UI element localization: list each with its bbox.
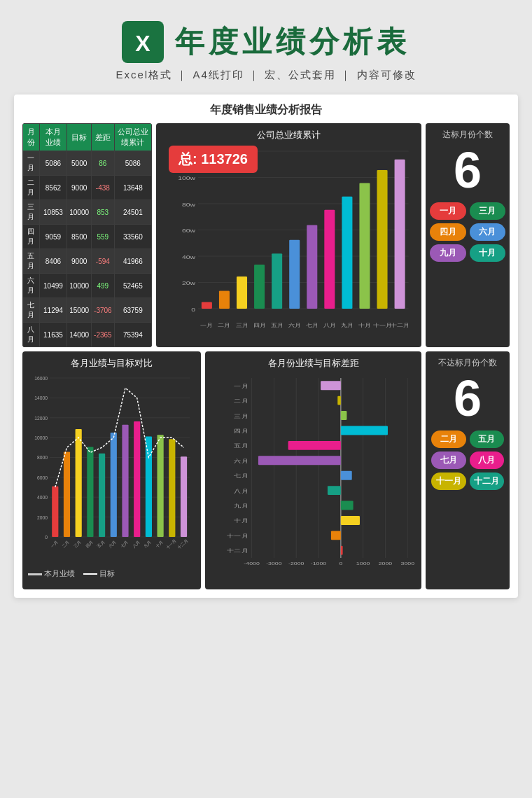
month-badge: 二月	[431, 430, 466, 448]
svg-rect-15	[202, 302, 212, 309]
svg-text:十二月: 十二月	[227, 548, 249, 554]
svg-rect-71	[134, 421, 140, 537]
table-row: 八月1163514000-236575394	[23, 323, 152, 347]
target-months-badges: 一月三月四月六月九月十月	[430, 202, 505, 262]
table-row: 九月101108000211085504	[23, 347, 152, 348]
monthly-comparison-chart: 各月业绩与目标对比 020004000600080001000012000140…	[22, 351, 201, 589]
svg-text:四月: 四月	[253, 323, 266, 328]
svg-text:-2000: -2000	[288, 561, 304, 566]
svg-rect-35	[377, 170, 388, 309]
svg-rect-98	[341, 546, 343, 555]
diff-bar-svg: -4000-3000-2000-10000100020003000十二月十一月十…	[211, 372, 416, 579]
svg-rect-102	[341, 516, 360, 525]
dashboard: 年度销售业绩分析报告 月份 本月业绩 目标 差距 公司总业绩累计 一月50865…	[14, 94, 518, 598]
svg-text:2000: 2000	[379, 561, 393, 566]
svg-text:四月: 四月	[85, 540, 93, 549]
non-target-months-label: 不达标月份个数	[438, 357, 497, 369]
target-months-panel: 达标月份个数 6 一月三月四月六月九月十月	[426, 123, 510, 347]
col-cumulative: 公司总业绩累计	[114, 124, 151, 151]
svg-text:-4000: -4000	[244, 561, 259, 566]
svg-text:0: 0	[191, 307, 195, 313]
svg-text:40w: 40w	[182, 254, 195, 260]
month-badge: 十一月	[431, 472, 466, 490]
page-title: 年度业绩分析表	[175, 22, 410, 62]
total-badge: 总: 113726	[169, 146, 258, 173]
svg-text:4000: 4000	[37, 495, 48, 500]
month-badge: 十月	[470, 244, 506, 262]
svg-text:六月: 六月	[234, 458, 248, 463]
svg-text:十一月: 十一月	[373, 323, 392, 328]
svg-text:0: 0	[45, 535, 48, 540]
month-badge: 六月	[470, 223, 506, 241]
svg-rect-77	[169, 439, 175, 537]
svg-text:-3000: -3000	[266, 561, 281, 566]
month-badge: 五月	[470, 430, 505, 448]
svg-rect-23	[272, 253, 282, 309]
target-months-label: 达标月份个数	[442, 129, 493, 141]
month-badge: 三月	[470, 202, 506, 220]
table-row: 一月50865000865086	[23, 151, 152, 176]
svg-text:六月: 六月	[288, 323, 301, 328]
svg-text:二月: 二月	[234, 398, 248, 404]
svg-text:十二月: 十二月	[177, 538, 189, 550]
svg-rect-63	[87, 447, 93, 537]
svg-text:一月: 一月	[200, 323, 213, 328]
svg-rect-112	[288, 441, 341, 450]
svg-text:七月: 七月	[234, 473, 248, 479]
svg-rect-100	[331, 531, 341, 540]
month-badge: 九月	[430, 244, 466, 262]
legend-performance: 本月业绩	[44, 569, 75, 578]
comparison-bar-svg: 0200040006000800010000120001400016000一月二…	[28, 372, 195, 561]
svg-text:X: X	[135, 31, 150, 56]
svg-text:二月: 二月	[62, 540, 70, 549]
svg-text:三月: 三月	[236, 323, 248, 328]
svg-rect-120	[321, 381, 341, 390]
svg-text:七月: 七月	[306, 323, 318, 328]
svg-text:十月: 十月	[155, 540, 163, 549]
svg-rect-25	[289, 240, 300, 309]
svg-rect-116	[341, 411, 347, 420]
svg-rect-17	[219, 290, 230, 309]
svg-text:九月: 九月	[341, 323, 354, 328]
svg-text:10000: 10000	[34, 435, 48, 440]
non-target-months-badges: 二月五月七月八月十一月十二月	[431, 430, 504, 490]
col-performance: 本月业绩	[39, 124, 67, 151]
month-badge: 十二月	[470, 472, 505, 490]
diff-chart: 各月份业绩与目标差距 -4000-3000-2000-1000010002000…	[205, 351, 421, 589]
data-table: 月份 本月业绩 目标 差距 公司总业绩累计 一月50865000865086二月…	[22, 123, 152, 347]
col-target: 目标	[67, 124, 92, 151]
month-badge: 四月	[430, 223, 466, 241]
table-row: 五月84069000-59441966	[23, 249, 152, 274]
svg-text:十月: 十月	[234, 518, 248, 524]
svg-rect-118	[337, 396, 341, 405]
diff-chart-title: 各月份业绩与目标差距	[211, 357, 416, 370]
report-title: 年度销售业绩分析报告	[22, 103, 510, 118]
svg-rect-106	[328, 486, 341, 495]
svg-rect-61	[76, 429, 82, 537]
svg-text:九月: 九月	[234, 503, 248, 509]
table-row: 二月85629000-43813648	[23, 176, 152, 200]
svg-text:八月: 八月	[234, 488, 248, 493]
svg-text:20w: 20w	[182, 281, 195, 287]
svg-text:一月: 一月	[50, 540, 58, 549]
excel-icon: X	[122, 21, 164, 63]
svg-rect-110	[258, 456, 341, 465]
svg-text:8000: 8000	[37, 455, 48, 460]
table-row: 六月104991000049952465	[23, 274, 152, 298]
comparison-chart-title: 各月业绩与目标对比	[28, 357, 195, 370]
svg-text:五月: 五月	[234, 443, 248, 449]
cumulative-chart-title: 公司总业绩累计	[162, 129, 416, 141]
svg-text:60w: 60w	[182, 228, 195, 234]
col-diff: 差距	[92, 124, 115, 151]
cumulative-chart: 公司总业绩累计 总: 113726 020w40w60w80w100w一月二月三…	[156, 123, 421, 347]
table-row: 七月1129415000-370663759	[23, 298, 152, 323]
svg-text:十一月: 十一月	[227, 533, 249, 538]
month-badge: 八月	[470, 451, 505, 469]
svg-text:九月: 九月	[144, 540, 152, 549]
table-row: 三月108531000085324501	[23, 200, 152, 225]
svg-text:八月: 八月	[132, 540, 140, 549]
svg-rect-31	[342, 197, 352, 309]
legend-target: 目标	[99, 569, 115, 578]
svg-text:-1000: -1000	[311, 561, 326, 566]
svg-text:1000: 1000	[356, 561, 370, 566]
